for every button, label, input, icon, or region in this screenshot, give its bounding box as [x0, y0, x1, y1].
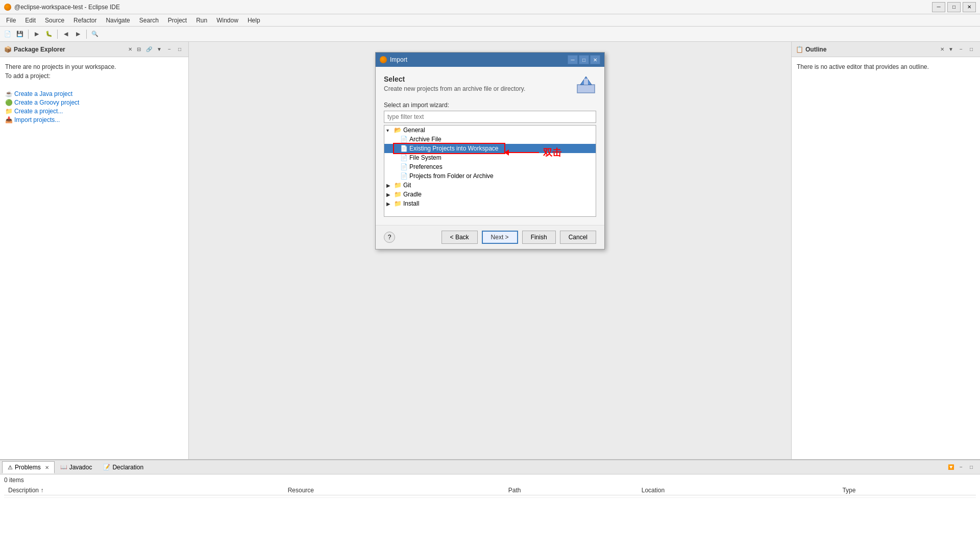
maximize-panel-button[interactable]: □: [175, 45, 184, 54]
finish-button[interactable]: Finish: [522, 231, 556, 244]
outline-close[interactable]: ✕: [940, 46, 944, 52]
menu-edit[interactable]: Edit: [21, 16, 40, 25]
toolbar-back[interactable]: ◀: [60, 29, 71, 40]
file-icon-projects-folder: 📄: [400, 172, 408, 180]
import-tree[interactable]: ▾ 📂 General ▶ 📄 Archive File ▶ 📄 Existin…: [384, 125, 596, 217]
tree-label-git: Git: [403, 182, 411, 189]
create-java-project-link[interactable]: ☕ Create a Java project: [5, 90, 183, 97]
groovy-project-icon: 🟢: [5, 99, 12, 106]
bottom-tab-bar: ⚠ Problems ✕ 📖 Javadoc 📝 Declaration 🔽 −…: [0, 460, 980, 474]
tree-item-general[interactable]: ▾ 📂 General: [384, 126, 596, 135]
filter-input[interactable]: [384, 111, 596, 123]
dialog-heading: Select: [384, 75, 525, 83]
file-icon-existing: 📄: [400, 145, 408, 152]
import-projects-label: Import projects...: [14, 116, 60, 123]
menu-search[interactable]: Search: [135, 16, 163, 25]
toolbar-forward[interactable]: ▶: [72, 29, 84, 40]
col-description[interactable]: Description ↑: [4, 486, 284, 495]
tree-toggle-install[interactable]: ▶: [386, 201, 393, 207]
col-type[interactable]: Type: [838, 486, 976, 495]
cancel-label: Cancel: [569, 234, 587, 241]
package-explorer-title: Package Explorer: [14, 46, 124, 53]
outline-toolbar: ▼ − □: [946, 45, 976, 54]
tree-label-preferences: Preferences: [409, 163, 443, 170]
problems-tab-label: Problems: [15, 464, 41, 471]
outline-view-menu[interactable]: ▼: [946, 45, 955, 54]
help-button[interactable]: ?: [384, 232, 395, 243]
main-layout: 📦 Package Explorer ✕ ⊟ 🔗 ▼ − □ There are…: [0, 42, 980, 459]
toolbar-new[interactable]: 📄: [2, 29, 13, 40]
tree-item-projects-folder[interactable]: ▶ 📄 Projects from Folder or Archive: [384, 171, 596, 181]
create-groovy-project-label: Create a Groovy project: [14, 99, 79, 106]
next-label: Next >: [491, 234, 509, 241]
tab-declaration[interactable]: 📝 Declaration: [97, 461, 149, 473]
tree-toggle-git[interactable]: ▶: [386, 183, 393, 188]
problems-tab-icon: ⚠: [8, 464, 13, 471]
menu-source[interactable]: Source: [41, 16, 68, 25]
back-label: < Back: [450, 234, 469, 241]
restore-button[interactable]: □: [947, 2, 961, 12]
import-projects-link[interactable]: 📥 Import projects...: [5, 116, 183, 123]
tree-item-git[interactable]: ▶ 📁 Git: [384, 181, 596, 190]
tree-item-filesystem[interactable]: ▶ 📄 File System: [384, 153, 596, 162]
tree-item-gradle[interactable]: ▶ 📁 Gradle: [384, 190, 596, 199]
bottom-maximize[interactable]: □: [967, 463, 976, 472]
col-path[interactable]: Path: [504, 486, 638, 495]
toolbar-save[interactable]: 💾: [14, 29, 26, 40]
menu-file[interactable]: File: [2, 16, 20, 25]
dialog-maximize-button[interactable]: □: [579, 55, 589, 64]
problems-tab-close[interactable]: ✕: [45, 465, 49, 470]
tree-toggle-gradle[interactable]: ▶: [386, 192, 393, 197]
toolbar-debug[interactable]: 🐛: [43, 29, 55, 40]
package-explorer-header: 📦 Package Explorer ✕ ⊟ 🔗 ▼ − □: [0, 42, 188, 57]
menu-project[interactable]: Project: [164, 16, 191, 25]
bottom-minimize[interactable]: −: [957, 463, 966, 472]
menu-run[interactable]: Run: [192, 16, 211, 25]
minimize-button[interactable]: ─: [932, 2, 945, 12]
tab-problems[interactable]: ⚠ Problems ✕: [2, 461, 55, 473]
tab-javadoc[interactable]: 📖 Javadoc: [55, 461, 98, 473]
toolbar-search[interactable]: 🔍: [89, 29, 101, 40]
create-groovy-project-link[interactable]: 🟢 Create a Groovy project: [5, 99, 183, 106]
create-project-label: Create a project...: [14, 108, 63, 115]
finish-label: Finish: [531, 234, 547, 241]
col-resource[interactable]: Resource: [284, 486, 504, 495]
dialog-controls: ─ □ ✕: [568, 55, 600, 64]
tree-toggle-general[interactable]: ▾: [386, 128, 393, 133]
minimize-panel-button[interactable]: −: [165, 45, 174, 54]
back-button[interactable]: < Back: [442, 231, 478, 244]
javadoc-tab-icon: 📖: [60, 464, 67, 470]
cancel-button[interactable]: Cancel: [560, 231, 596, 244]
no-projects-text-1: There are no projects in your workspace.: [5, 63, 183, 70]
menu-bar: File Edit Source Refactor Navigate Searc…: [0, 14, 980, 27]
center-panel: Import ─ □ ✕ Select Create new projects …: [189, 42, 791, 459]
col-location[interactable]: Location: [638, 486, 839, 495]
toolbar-run[interactable]: ▶: [31, 29, 42, 40]
tree-label-general: General: [403, 127, 425, 134]
dialog-minimize-button[interactable]: ─: [568, 55, 578, 64]
outline-header: 📋 Outline ✕ ▼ − □: [792, 42, 980, 57]
file-icon-archive: 📄: [400, 136, 408, 143]
menu-navigate[interactable]: Navigate: [102, 16, 134, 25]
tree-item-existing[interactable]: ▶ 📄 Existing Projects into Workspace: [384, 144, 596, 153]
outline-title: Outline: [805, 46, 936, 53]
tree-item-archive[interactable]: ▶ 📄 Archive File: [384, 135, 596, 144]
next-button[interactable]: Next >: [482, 231, 518, 244]
create-project-link[interactable]: 📁 Create a project...: [5, 108, 183, 115]
tree-item-install[interactable]: ▶ 📁 Install: [384, 199, 596, 208]
menu-window[interactable]: Window: [212, 16, 242, 25]
view-menu-button[interactable]: ▼: [155, 45, 164, 54]
close-button[interactable]: ✕: [963, 2, 976, 12]
collapse-all-button[interactable]: ⊟: [134, 45, 143, 54]
outline-maximize[interactable]: □: [967, 45, 976, 54]
package-explorer-close[interactable]: ✕: [128, 46, 132, 52]
filter-button[interactable]: 🔽: [946, 463, 955, 472]
link-editor-button[interactable]: 🔗: [144, 45, 154, 54]
tree-item-preferences[interactable]: ▶ 📄 Preferences: [384, 162, 596, 171]
menu-refactor[interactable]: Refactor: [69, 16, 101, 25]
outline-minimize[interactable]: −: [957, 45, 966, 54]
sort-icon: ↑: [40, 487, 43, 494]
dialog-close-button[interactable]: ✕: [590, 55, 600, 64]
menu-help[interactable]: Help: [243, 16, 264, 25]
dialog-header-text: Select Create new projects from an archi…: [384, 75, 525, 92]
